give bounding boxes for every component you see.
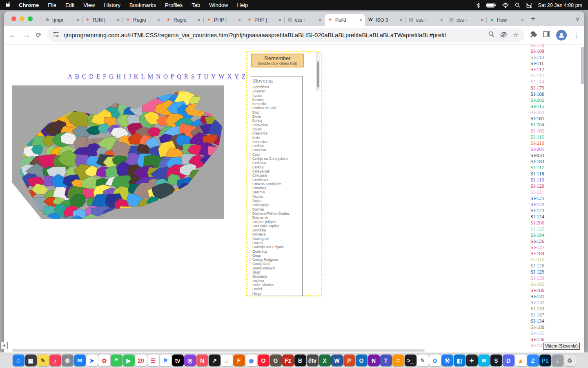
municipality-option[interactable]: Celje: [251, 153, 302, 157]
municipality-option[interactable]: Cerkvenjak: [251, 169, 302, 173]
dock-app-icon[interactable]: ✎: [37, 355, 49, 366]
forward-button[interactable]: →: [22, 31, 30, 39]
dock-app-icon[interactable]: F: [233, 355, 245, 366]
dock-app-icon[interactable]: T: [380, 355, 392, 366]
menubar-menu-item[interactable]: Profiles: [165, 2, 183, 8]
slovenia-region-map[interactable]: [12, 85, 224, 219]
menubar-menu-item[interactable]: View: [83, 2, 95, 8]
alphabet-link[interactable]: Q: [177, 73, 181, 80]
region-code[interactable]: SI-133: [530, 306, 544, 312]
dock-app-icon[interactable]: Ps: [539, 355, 551, 366]
tab-close-icon[interactable]: ×: [238, 17, 241, 23]
region-code[interactable]: SI-125: [530, 226, 544, 232]
dock-app-icon[interactable]: ▦: [25, 355, 37, 366]
municipality-option[interactable]: Hoče-Slivnica: [251, 283, 302, 287]
alphabet-link[interactable]: Z: [242, 73, 245, 80]
alphabet-link[interactable]: H: [116, 73, 121, 80]
browser-tab[interactable]: ● How ×: [486, 14, 527, 26]
tab-close-icon[interactable]: ×: [521, 17, 524, 23]
region-code[interactable]: SI-203: [530, 110, 544, 116]
municipality-option[interactable]: Benedikt: [251, 102, 302, 106]
municipality-option[interactable]: Cerklje na Gorenjskem: [251, 157, 302, 161]
region-code[interactable]: SI-130: [530, 275, 544, 281]
tab-close-icon[interactable]: ×: [116, 17, 120, 23]
municipality-option[interactable]: Gornji Grad: [251, 262, 302, 266]
municipality-option[interactable]: Apače: [251, 94, 302, 98]
dock-app-icon[interactable]: ⌂: [221, 355, 233, 366]
tab-close-icon[interactable]: ×: [318, 17, 322, 23]
dock-app-icon[interactable]: ☺: [13, 355, 24, 366]
municipality-option[interactable]: Dolenjske Toplice: [251, 224, 302, 228]
zoom-magnifier-icon[interactable]: [488, 31, 494, 39]
dock-app-icon[interactable]: ⚒: [441, 355, 453, 366]
municipality-option[interactable]: Hrastnik: [251, 296, 302, 296]
alphabet-link[interactable]: U: [204, 73, 209, 80]
chrome-menu-kebab-icon[interactable]: ⋮: [573, 31, 579, 39]
browser-tab[interactable]: ✦ RJM | ×: [82, 14, 122, 26]
region-code[interactable]: SI-136: [530, 337, 544, 343]
region-code[interactable]: SI-188: [530, 324, 544, 330]
region-code[interactable]: SI-114: [530, 79, 544, 85]
dock-app-icon[interactable]: Fz: [282, 355, 294, 366]
control-center-icon[interactable]: [526, 3, 532, 8]
municipality-option[interactable]: Dobrna: [251, 207, 302, 211]
region-code[interactable]: SI-109: [530, 48, 544, 54]
dock-app-icon[interactable]: ✉: [74, 355, 86, 366]
municipality-option[interactable]: Hajdina: [251, 279, 302, 283]
municipality-option[interactable]: Bovec: [251, 127, 302, 131]
region-code[interactable]: SI-132: [530, 300, 544, 306]
municipality-option[interactable]: Cerkno: [251, 165, 302, 169]
alphabet-link[interactable]: L: [141, 73, 145, 80]
municipality-option[interactable]: Grosuplje: [251, 274, 302, 278]
bluetooth-icon[interactable]: [476, 2, 480, 8]
municipality-option[interactable]: Braslovče: [251, 131, 302, 135]
dock-app-icon[interactable]: ❞: [111, 355, 122, 366]
region-code[interactable]: SI-128: [530, 263, 544, 269]
region-code[interactable]: SI-134: [530, 318, 544, 324]
municipality-option[interactable]: Gorišnica: [251, 249, 302, 254]
browser-tab[interactable]: W ISO 3 ×: [365, 14, 405, 26]
municipality-option[interactable]: Dobje: [251, 199, 302, 203]
municipality-option[interactable]: Bloke: [251, 114, 302, 119]
region-code[interactable]: SI-112: [530, 67, 544, 73]
alphabet-link[interactable]: A: [68, 73, 72, 80]
municipality-option[interactable]: Gorenja vas-Poljane: [251, 245, 302, 249]
tab-close-icon[interactable]: ×: [278, 17, 281, 23]
dock-app-icon[interactable]: ⊙: [429, 355, 441, 366]
new-tab-button[interactable]: +: [531, 15, 535, 22]
municipality-option[interactable]: Horjul: [251, 292, 302, 296]
municipality-option[interactable]: Grad: [251, 270, 302, 274]
left-edge-scrollbar[interactable]: [0, 10, 4, 352]
site-settings-icon[interactable]: [53, 31, 59, 39]
dock-app-icon[interactable]: ▶: [123, 355, 135, 366]
region-code[interactable]: SI-120: [530, 183, 544, 189]
dock-app-icon[interactable]: O: [356, 355, 368, 366]
dock-app-icon[interactable]: X: [319, 355, 331, 366]
tab-close-icon[interactable]: ×: [440, 17, 443, 23]
alphabet-link[interactable]: F: [103, 73, 106, 80]
browser-tab[interactable]: ⊕ rjmpr ×: [42, 14, 82, 26]
region-code[interactable]: SI-137: [530, 343, 544, 349]
dock-app-icon[interactable]: =: [392, 355, 404, 366]
page-vertical-scrollbar-thumb[interactable]: [581, 47, 584, 84]
zoom-in-button[interactable]: +: [0, 342, 8, 349]
region-code[interactable]: SI-181: [530, 116, 544, 122]
close-window-button[interactable]: [11, 16, 16, 21]
dock-app-icon[interactable]: ➤: [86, 355, 98, 366]
region-code[interactable]: SI-117: [530, 165, 544, 171]
dock-app-icon[interactable]: N: [196, 355, 208, 366]
url-text[interactable]: rjmprogramming.com.au/HTMLCSS/regions_vi…: [63, 32, 484, 38]
region-code[interactable]: SI-186: [530, 287, 544, 294]
alphabet-link[interactable]: M: [148, 73, 153, 80]
region-code[interactable]: SI-113: [530, 73, 544, 79]
address-bar[interactable]: rjmprogramming.com.au/HTMLCSS/regions_vi…: [47, 28, 524, 42]
municipality-option[interactable]: Beltinci: [251, 98, 302, 102]
dock-app-icon[interactable]: ↓: [552, 355, 564, 366]
dock-app-icon[interactable]: ↗: [209, 355, 220, 366]
menubar-menu-item[interactable]: Edit: [65, 2, 74, 8]
municipality-option[interactable]: Cerknica: [251, 161, 302, 165]
tab-close-icon[interactable]: ×: [76, 17, 79, 23]
municipality-option[interactable]: Gorje: [251, 254, 302, 258]
reload-button[interactable]: ⟳: [36, 32, 41, 38]
municipality-option[interactable]: Črna na Koroškem: [251, 182, 302, 186]
